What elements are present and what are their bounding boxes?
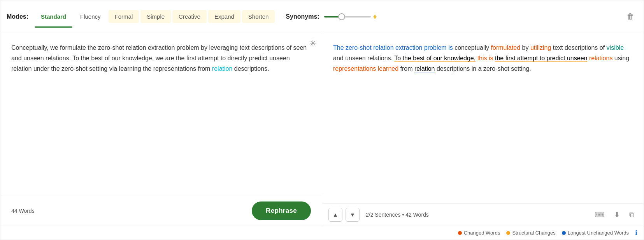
- legend-longest-unchanged: Longest Unchanged Words: [562, 230, 629, 236]
- right-paragraph: The zero-shot relation extraction proble…: [333, 42, 633, 74]
- word-text1: text descriptions of: [553, 44, 607, 51]
- legend-changed-words-label: Changed Words: [464, 230, 500, 236]
- info-icon[interactable]: ℹ: [635, 229, 637, 236]
- word-using: using: [614, 55, 629, 61]
- word-first-attempt: the first attempt to predict unseen: [495, 55, 587, 61]
- word-learned: learned: [378, 65, 398, 72]
- tab-formal[interactable]: Formal: [109, 10, 139, 23]
- snowflake-button[interactable]: ✳: [309, 39, 316, 49]
- tab-standard[interactable]: Standard: [35, 10, 72, 23]
- nav-up-button[interactable]: ▲: [328, 208, 342, 222]
- word-relation-underline: relation: [414, 65, 435, 72]
- legend-bar: Changed Words Structural Changes Longest…: [0, 226, 644, 240]
- tab-expand[interactable]: Expand: [208, 10, 240, 23]
- slider-line[interactable]: [324, 16, 371, 18]
- left-text-area[interactable]: Conceptually, we formulate the zero-shot…: [0, 33, 322, 196]
- teal-word-relation: relation: [212, 65, 232, 72]
- left-footer: 44 Words Rephrase: [0, 196, 322, 226]
- diamond-icon: ♦: [373, 12, 377, 21]
- mode-tabs: Standard Fluency Formal Simple Creative …: [35, 10, 275, 23]
- right-footer: ▲ ▼ 2/2 Sentences • 42 Words ⌨ ⬇ ⧉: [322, 203, 644, 226]
- download-button[interactable]: ⬇: [611, 209, 623, 221]
- word-visible: visible: [607, 44, 624, 51]
- right-text-area[interactable]: The zero-shot relation extraction proble…: [322, 33, 644, 203]
- legend-structural-changes-label: Structural Changes: [512, 230, 555, 236]
- left-panel: Conceptually, we formulate the zero-shot…: [0, 33, 322, 226]
- synonym-slider[interactable]: ♦: [324, 12, 377, 21]
- dot-longest-unchanged: [562, 231, 566, 235]
- copy-button[interactable]: ⧉: [626, 209, 637, 221]
- word-conceptually: conceptually: [454, 44, 491, 51]
- word-relations: relations: [589, 55, 612, 61]
- word-utilizing: utilizing: [530, 44, 551, 51]
- dot-structural-changes: [506, 231, 510, 235]
- tab-shorten[interactable]: Shorten: [242, 10, 275, 23]
- word-from: from: [400, 65, 414, 72]
- legend-changed-words: Changed Words: [458, 230, 500, 236]
- word-and1: and unseen relations.: [333, 55, 394, 61]
- tab-fluency[interactable]: Fluency: [74, 10, 107, 23]
- modes-label: Modes:: [7, 13, 28, 20]
- word-this-is: this is: [477, 55, 495, 61]
- slider-thumb[interactable]: [338, 13, 345, 20]
- word-the1: The zero-shot relation extraction proble…: [333, 44, 453, 51]
- word-by: by: [522, 44, 530, 51]
- toolbar: Modes: Standard Fluency Formal Simple Cr…: [0, 0, 644, 33]
- delete-button[interactable]: 🗑: [623, 9, 637, 24]
- legend-longest-unchanged-label: Longest Unchanged Words: [568, 230, 629, 236]
- left-paragraph: Conceptually, we formulate the zero-shot…: [11, 42, 311, 74]
- tab-simple[interactable]: Simple: [140, 10, 171, 23]
- word-count: 44 Words: [11, 208, 35, 214]
- dot-changed-words: [458, 231, 462, 235]
- word-formulated: formulated: [491, 44, 521, 51]
- legend-structural-changes: Structural Changes: [506, 230, 555, 236]
- rephrase-button[interactable]: Rephrase: [252, 201, 311, 220]
- synonyms-label: Synonyms:: [286, 13, 319, 20]
- word-representations: representations: [333, 65, 376, 72]
- tab-creative[interactable]: Creative: [172, 10, 207, 23]
- sentences-info: 2/2 Sentences • 42 Words: [366, 212, 585, 218]
- app-container: Modes: Standard Fluency Formal Simple Cr…: [0, 0, 644, 240]
- right-panel: The zero-shot relation extraction proble…: [322, 33, 644, 226]
- synonyms-section: Synonyms: ♦: [286, 12, 377, 21]
- keyboard-button[interactable]: ⌨: [591, 209, 608, 221]
- word-to-knowledge: To the best of our knowledge,: [394, 55, 476, 61]
- main-content: Conceptually, we formulate the zero-shot…: [0, 33, 644, 226]
- word-descriptions-end: descriptions in a zero-shot setting.: [437, 65, 531, 72]
- nav-down-button[interactable]: ▼: [346, 208, 360, 222]
